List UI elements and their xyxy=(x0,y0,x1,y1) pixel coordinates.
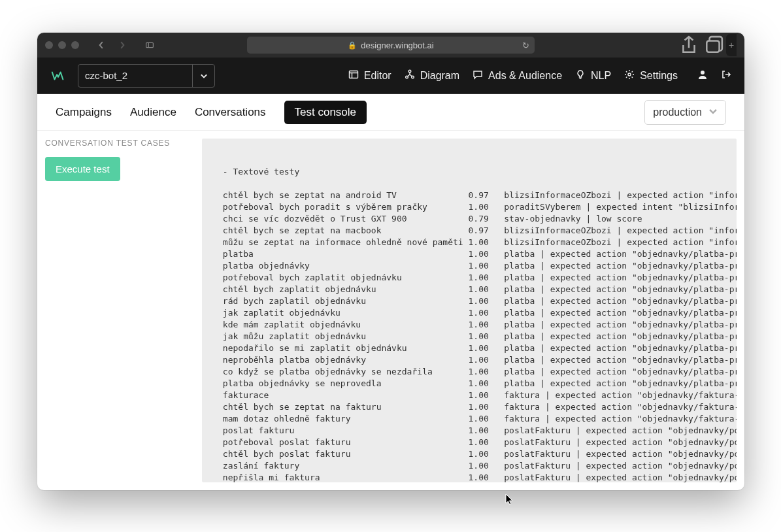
menu-ads[interactable]: Ads & Audience xyxy=(473,69,562,82)
menu-editor[interactable]: Editor xyxy=(348,69,391,82)
svg-rect-0 xyxy=(146,42,154,47)
tabs-bar: Campaigns Audience Conversations Test co… xyxy=(37,94,744,131)
user-icon xyxy=(697,69,708,82)
browser-chrome: 🔒 designer.wingbot.ai ↻ + xyxy=(37,33,744,58)
menu-user[interactable] xyxy=(697,69,708,82)
forward-button[interactable] xyxy=(113,38,131,52)
svg-rect-3 xyxy=(349,71,357,78)
app-menu: Editor Diagram Ads & Audience NLP Settin… xyxy=(348,69,731,82)
browser-window: 🔒 designer.wingbot.ai ↻ + czc-bot_2 xyxy=(37,33,744,490)
test-sidebar: CONVERSATION TEST CASES Execute test xyxy=(45,139,194,482)
execute-test-button[interactable]: Execute test xyxy=(45,157,120,181)
address-text: designer.wingbot.ai xyxy=(361,41,433,50)
share-button[interactable] xyxy=(679,37,699,53)
back-button[interactable] xyxy=(92,38,110,52)
maximize-window-button[interactable] xyxy=(71,41,79,49)
bulb-icon xyxy=(575,69,586,82)
diagram-icon xyxy=(405,69,415,82)
menu-logout[interactable] xyxy=(721,69,731,82)
address-bar[interactable]: 🔒 designer.wingbot.ai ↻ xyxy=(247,37,535,54)
menu-settings[interactable]: Settings xyxy=(624,69,678,82)
menu-settings-label: Settings xyxy=(640,70,678,82)
menu-diagram[interactable]: Diagram xyxy=(405,69,459,82)
menu-editor-label: Editor xyxy=(364,70,391,82)
mouse-cursor-icon xyxy=(505,493,514,505)
menu-diagram-label: Diagram xyxy=(420,70,459,82)
console-text: - Textové testy chtěl bych se zeptat na … xyxy=(202,139,737,482)
reload-icon[interactable]: ↻ xyxy=(522,41,529,50)
chat-icon xyxy=(473,69,483,82)
bot-selector[interactable]: czc-bot_2 xyxy=(78,64,215,88)
environment-selector[interactable]: production xyxy=(644,100,726,125)
chevron-down-icon xyxy=(708,107,718,118)
chevron-down-icon xyxy=(192,65,214,87)
svg-point-10 xyxy=(701,71,705,75)
svg-rect-2 xyxy=(706,41,719,52)
svg-point-6 xyxy=(408,70,411,73)
sidebar-title: CONVERSATION TEST CASES xyxy=(45,139,194,148)
tabs-button[interactable] xyxy=(704,37,723,53)
tab-test-console[interactable]: Test console xyxy=(284,101,367,124)
lock-icon: 🔒 xyxy=(348,41,357,50)
new-tab-button[interactable]: + xyxy=(726,34,737,56)
menu-nlp[interactable]: NLP xyxy=(575,69,611,82)
nav-buttons xyxy=(92,38,159,52)
tab-audience[interactable]: Audience xyxy=(130,101,176,124)
environment-label: production xyxy=(653,107,702,118)
tab-campaigns[interactable]: Campaigns xyxy=(56,101,112,124)
app-header: czc-bot_2 Editor Diagram Ads & Audience … xyxy=(37,58,744,94)
gear-icon xyxy=(624,69,635,82)
svg-point-9 xyxy=(628,73,631,76)
traffic-lights xyxy=(45,41,79,49)
test-console-output[interactable]: - Textové testy chtěl bych se zeptat na … xyxy=(202,139,737,482)
menu-ads-label: Ads & Audience xyxy=(488,70,562,82)
editor-icon xyxy=(348,69,359,82)
bot-name: czc-bot_2 xyxy=(85,70,127,81)
tab-conversations[interactable]: Conversations xyxy=(195,101,266,124)
minimize-window-button[interactable] xyxy=(58,41,66,49)
wingbot-logo[interactable] xyxy=(50,68,66,84)
menu-nlp-label: NLP xyxy=(591,70,611,82)
content-area: CONVERSATION TEST CASES Execute test - T… xyxy=(37,131,744,490)
close-window-button[interactable] xyxy=(45,41,53,49)
logout-icon xyxy=(721,69,731,82)
sidebar-toggle-button[interactable] xyxy=(141,38,159,52)
